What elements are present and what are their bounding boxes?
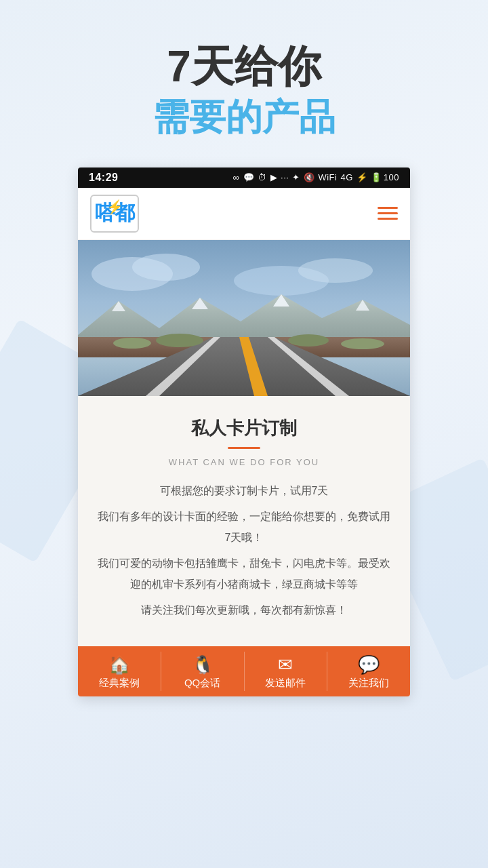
dots-icon: ··· (281, 172, 289, 182)
home-icon: 🏠 (108, 656, 130, 673)
content-para-1: 可根据您的要求订制卡片，试用7天 (97, 481, 391, 501)
svg-point-18 (341, 338, 384, 349)
section-divider (228, 447, 260, 449)
hamburger-line-2 (378, 212, 398, 214)
svg-point-16 (113, 338, 151, 349)
nav-item-follow[interactable]: 💬 关注我们 (327, 646, 410, 696)
hero-title-main: 7天给你 (27, 41, 461, 93)
app-logo: ⚡ 嗒都 (90, 195, 139, 233)
email-icon: ✉ (278, 656, 293, 673)
hero-title-sub: 需要的产品 (27, 93, 461, 140)
app-navbar: ⚡ 嗒都 (78, 188, 410, 240)
phone-mockup: 14:29 ∞ 💬 ⏱ ▶ ··· ✦ 🔇 WiFi 4G ⚡ 🔋100 ⚡ 嗒… (78, 167, 410, 696)
svg-point-2 (132, 254, 200, 281)
nav-label-qq: QQ会话 (184, 677, 220, 690)
nav-label-follow: 关注我们 (348, 677, 389, 690)
hamburger-menu[interactable] (378, 207, 398, 220)
qq-icon: 🐧 (192, 656, 214, 673)
wechat-icon: 💬 (358, 656, 380, 673)
hamburger-line-1 (378, 207, 398, 209)
content-para-3: 我们可爱的动物卡包括雏鹰卡，甜兔卡，闪电虎卡等。最受欢迎的机审卡系列有小猪商城卡… (97, 553, 391, 595)
nav-item-email[interactable]: ✉ 发送邮件 (245, 646, 327, 696)
logo-box: ⚡ 嗒都 (90, 195, 139, 233)
mute-icon: 🔇 (304, 172, 315, 182)
nav-label-email: 发送邮件 (265, 677, 306, 690)
svg-point-15 (156, 334, 203, 347)
play-icon: ▶ (270, 172, 278, 182)
status-icons: ∞ 💬 ⏱ ▶ ··· ✦ 🔇 WiFi 4G ⚡ 🔋100 (233, 172, 399, 182)
bluetooth-icon: ✦ (292, 172, 300, 182)
content-para-2: 我们有多年的设计卡面的经验，一定能给你想要的，免费试用7天哦！ (97, 507, 391, 548)
battery-icon: 🔋100 (371, 172, 399, 182)
hero-image (78, 240, 410, 396)
hamburger-line-3 (378, 218, 398, 220)
svg-point-17 (288, 334, 329, 347)
charge-icon: ⚡ (357, 172, 368, 182)
content-section: 私人卡片订制 WHAT CAN WE DO FOR YOU 可根据您的要求订制卡… (78, 396, 410, 646)
status-time: 14:29 (89, 172, 118, 184)
section-title: 私人卡片订制 (97, 416, 391, 440)
status-bar: 14:29 ∞ 💬 ⏱ ▶ ··· ✦ 🔇 WiFi 4G ⚡ 🔋100 (78, 167, 410, 188)
lightning-icon: ⚡ (106, 199, 123, 215)
infinity-icon: ∞ (233, 172, 240, 182)
bottom-nav: 🏠 经典案例 🐧 QQ会话 ✉ 发送邮件 💬 关注我们 (78, 646, 410, 696)
hero-section: 7天给你 需要的产品 (0, 0, 488, 167)
nav-item-qq[interactable]: 🐧 QQ会话 (161, 646, 244, 696)
content-para-4: 请关注我们每次更新哦，每次都有新惊喜！ (97, 600, 391, 620)
nav-item-classic[interactable]: 🏠 经典案例 (78, 646, 161, 696)
svg-point-4 (298, 258, 373, 283)
wifi-icon: WiFi (318, 172, 337, 182)
signal-icon: 4G (340, 172, 352, 182)
section-subtitle: WHAT CAN WE DO FOR YOU (97, 457, 391, 467)
clock-icon: ⏱ (258, 172, 267, 182)
section-body: 可根据您的要求订制卡片，试用7天 我们有多年的设计卡面的经验，一定能给你想要的，… (97, 481, 391, 620)
chat-icon: 💬 (243, 172, 255, 182)
nav-label-classic: 经典案例 (99, 677, 140, 690)
